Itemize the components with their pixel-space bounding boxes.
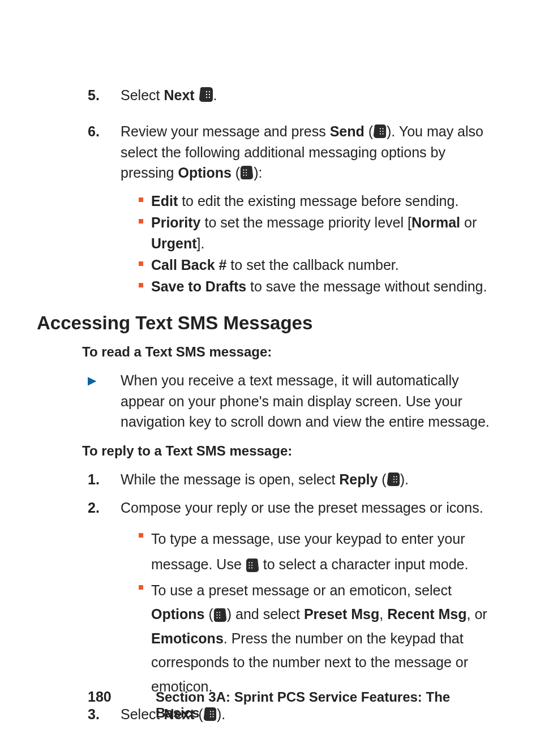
step-marker: 5. <box>88 85 121 105</box>
svg-point-10 <box>382 131 383 132</box>
reply-step-1: 1. While the message is open, select Rep… <box>88 469 498 489</box>
read-instruction: ▶ When you receive a text message, it wi… <box>88 370 498 432</box>
svg-point-13 <box>243 172 245 173</box>
svg-point-5 <box>208 97 209 98</box>
svg-point-32 <box>216 617 217 618</box>
svg-point-28 <box>251 565 252 566</box>
bullet-icon <box>139 585 143 590</box>
text: When you receive a text message, it will… <box>121 370 498 432</box>
step-marker: 1. <box>88 469 121 489</box>
svg-point-7 <box>380 131 381 132</box>
label: Edit <box>151 193 178 209</box>
bullet-icon <box>139 261 143 266</box>
page-number: 180 <box>88 689 156 705</box>
text: ) and select <box>227 606 304 622</box>
svg-point-8 <box>380 134 381 135</box>
page-footer: 180 Section 3A: Sprint PCS Service Featu… <box>88 689 498 721</box>
label-reply: Reply <box>339 471 378 487</box>
svg-point-11 <box>382 134 383 135</box>
step-marker: 6. <box>88 121 121 183</box>
softkey-icon <box>387 471 400 487</box>
svg-point-4 <box>208 94 209 95</box>
label: Recent Msg <box>387 606 466 622</box>
text: ( <box>232 165 240 181</box>
svg-point-18 <box>393 476 395 477</box>
arrow-icon: ▶ <box>88 370 121 432</box>
bullet-icon <box>139 219 143 224</box>
step-marker: 2. <box>88 497 121 518</box>
svg-point-29 <box>251 567 252 568</box>
svg-point-0 <box>205 91 207 92</box>
svg-point-21 <box>396 476 397 477</box>
subheading-reply: To reply to a Text SMS message: <box>82 443 498 459</box>
svg-point-34 <box>219 615 220 616</box>
text: While the message is open, select <box>121 471 339 487</box>
label: Emoticons <box>151 630 224 646</box>
option-priority: Priority to set the message priority lev… <box>139 212 498 254</box>
svg-point-27 <box>251 562 252 563</box>
text: or <box>460 214 477 230</box>
svg-point-33 <box>219 612 220 613</box>
section-label: Section 3A: Sprint PCS Service Features:… <box>156 689 498 721</box>
label: Urgent <box>151 235 197 251</box>
svg-point-35 <box>219 617 220 618</box>
label: Normal <box>412 214 460 230</box>
bullet-icon <box>139 283 143 287</box>
label: Preset Msg <box>304 606 379 622</box>
text: , <box>379 606 387 622</box>
text: Select <box>121 87 164 103</box>
step-body: Review your message and press Send (). Y… <box>121 121 498 183</box>
svg-point-17 <box>246 174 247 175</box>
text: ( <box>378 471 386 487</box>
softkey-icon <box>373 123 387 139</box>
svg-point-14 <box>243 174 245 175</box>
text: to set the callback number. <box>226 257 398 273</box>
text: ]. <box>197 235 205 251</box>
sub-preset-message: To use a preset message or an emoticon, … <box>139 578 498 699</box>
text: to edit the existing message before send… <box>178 193 458 209</box>
reply-step-2: 2. Compose your reply or use the preset … <box>88 497 498 518</box>
text: to select a character input mode. <box>259 556 469 572</box>
label-options: Options <box>151 606 204 622</box>
label-options: Options <box>178 165 231 181</box>
manual-page: 5. Select Next . 6. Review your message … <box>0 0 540 756</box>
svg-point-2 <box>205 97 207 98</box>
svg-point-19 <box>393 479 395 480</box>
svg-point-12 <box>243 169 245 170</box>
section-heading: Accessing Text SMS Messages <box>37 312 498 334</box>
sub-type-message: To type a message, use your keypad to en… <box>139 526 498 577</box>
text: Review your message and press <box>121 123 330 139</box>
text: to save the message without sending. <box>246 278 487 294</box>
svg-point-20 <box>393 482 395 483</box>
option-save-drafts: Save to Drafts to save the message witho… <box>139 276 498 297</box>
svg-point-16 <box>246 172 247 173</box>
step-6-options: Edit to edit the existing message before… <box>139 191 498 297</box>
svg-point-9 <box>382 128 383 130</box>
text: To use a preset message or an emoticon, … <box>151 582 452 598</box>
text: ). <box>400 471 409 487</box>
svg-point-30 <box>216 612 217 613</box>
label: Priority <box>151 214 201 230</box>
reply-step-2-sub: To type a message, use your keypad to en… <box>139 526 498 699</box>
label: Call Back # <box>151 257 226 273</box>
svg-point-3 <box>208 91 209 92</box>
step-body: Select Next . <box>121 85 498 105</box>
text: to set the message priority level [ <box>201 214 412 230</box>
option-callback: Call Back # to set the callback number. <box>139 255 498 275</box>
label-send: Send <box>330 123 365 139</box>
step-6: 6. Review your message and press Send ()… <box>88 121 498 183</box>
label: Save to Drafts <box>151 278 246 294</box>
softkey-icon <box>199 86 213 103</box>
svg-point-1 <box>205 94 207 95</box>
svg-point-26 <box>248 567 250 568</box>
svg-point-24 <box>248 562 250 563</box>
text: ): <box>254 165 262 181</box>
text: , or <box>467 606 487 622</box>
svg-point-22 <box>396 479 397 480</box>
text: pressing <box>121 165 178 181</box>
step-body: Compose your reply or use the preset mes… <box>121 497 498 518</box>
bullet-icon <box>139 197 143 202</box>
option-edit: Edit to edit the existing message before… <box>139 191 498 211</box>
softkey-icon <box>246 557 259 573</box>
svg-point-15 <box>246 169 247 170</box>
